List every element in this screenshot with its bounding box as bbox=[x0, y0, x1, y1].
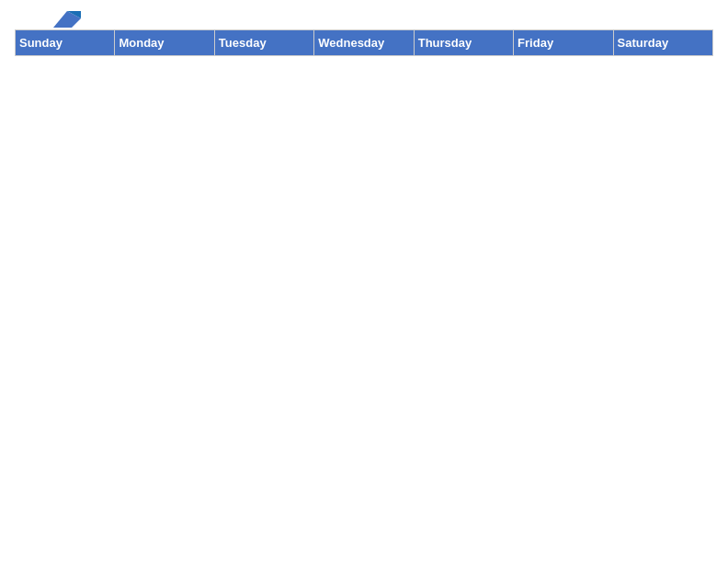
calendar-header-row: SundayMondayTuesdayWednesdayThursdayFrid… bbox=[16, 30, 713, 56]
day-header-wednesday: Wednesday bbox=[314, 30, 414, 56]
day-header-tuesday: Tuesday bbox=[214, 30, 313, 56]
day-header-monday: Monday bbox=[115, 30, 214, 56]
logo-icon bbox=[53, 11, 81, 28]
day-header-thursday: Thursday bbox=[414, 30, 513, 56]
calendar-table: SundayMondayTuesdayWednesdayThursdayFrid… bbox=[15, 29, 713, 56]
header bbox=[15, 15, 713, 22]
day-header-sunday: Sunday bbox=[16, 30, 115, 56]
day-header-saturday: Saturday bbox=[613, 30, 712, 56]
day-header-friday: Friday bbox=[514, 30, 613, 56]
logo bbox=[15, 15, 81, 22]
